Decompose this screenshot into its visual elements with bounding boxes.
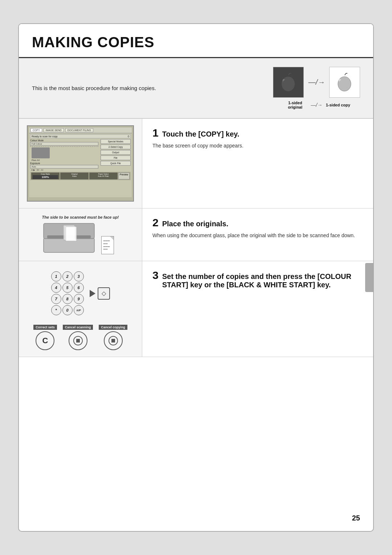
cancel-scanning-square xyxy=(76,339,80,343)
copy-status-text: Ready to scan for copy xyxy=(32,135,58,138)
page-title: MAKING COPIES xyxy=(32,34,360,50)
intro-text: This is the most basic procedure for mak… xyxy=(32,85,266,91)
steps-container: COPY IMAGE SEND DOCUMENT FILING Ready to… xyxy=(19,119,373,357)
cancel-copying-group: Cancel copying xyxy=(99,325,127,350)
copy-arrow: —/→ xyxy=(308,78,325,86)
key-8[interactable]: 8 xyxy=(62,294,73,304)
cancel-scanning-label: Cancel scanning xyxy=(63,325,93,330)
key-1[interactable]: 1 xyxy=(51,271,61,281)
svg-rect-7 xyxy=(66,227,77,241)
key-7[interactable]: 7 xyxy=(51,294,61,304)
step2-right: 2 Place the originals. When using the do… xyxy=(142,208,373,261)
copy-ratio-value: 100% xyxy=(33,175,58,179)
printer-icon xyxy=(32,147,50,158)
copy-screen-right: Special Modes 2-Sided Copy Output File Q… xyxy=(101,139,131,166)
original-value: Auto xyxy=(62,175,87,177)
step3-header: 3 Set the number of copies and then pres… xyxy=(152,269,363,289)
copy-screen: COPY IMAGE SEND DOCUMENT FILING Ready to… xyxy=(27,125,134,202)
output-btn[interactable]: Output xyxy=(101,150,131,155)
exposure-value: Auto xyxy=(30,165,98,169)
correct-sets-group: Correct sets C xyxy=(33,325,57,350)
copy-screen-body: Ready to scan for copy 0 Colour Mode Ful… xyxy=(29,133,132,197)
step3-title: Set the number of copies and then press … xyxy=(162,272,363,289)
quick-file-btn[interactable]: Quick File xyxy=(101,161,131,166)
colour-mode-label: Colour Mode xyxy=(30,139,98,142)
step2-description: When using the document glass, place the… xyxy=(152,232,363,239)
copy-count: 0 xyxy=(128,135,129,138)
step2-number: 2 xyxy=(152,216,159,229)
sided-labels: 1-sided original —/→ 1-sided copy xyxy=(282,101,351,109)
apple-images-row: —/→ xyxy=(273,67,360,98)
preview-btn[interactable]: Preview xyxy=(118,173,130,179)
file-btn[interactable]: File xyxy=(101,155,131,160)
key-6[interactable]: 6 xyxy=(74,283,84,293)
copy-bottom-row: Copy Ratio 100% Original Auto Paper Sele… xyxy=(30,172,131,180)
svg-point-0 xyxy=(282,77,295,91)
step3-left-content: 1 2 3 4 5 6 7 8 9 * 0 #/P xyxy=(48,268,114,319)
key-hash[interactable]: #/P xyxy=(74,305,84,315)
cancel-scanning-group: Cancel scanning xyxy=(63,325,93,350)
cancel-copying-square xyxy=(111,339,115,343)
step1-description: The base screen of copy mode appears. xyxy=(152,142,363,150)
arrow-right-icon xyxy=(90,290,95,297)
step2-row: The side to be scanned must be face up! xyxy=(19,208,373,261)
step1-right: 1 Touch the [COPY] key. The base screen … xyxy=(142,119,373,208)
key-0[interactable]: 0 xyxy=(62,305,73,315)
intro-section: This is the most basic procedure for mak… xyxy=(19,58,373,119)
doc-lines: ▬▬▬▬▬▬▬▬▬▬ xyxy=(102,236,114,254)
original-apple-box xyxy=(273,67,304,98)
scanner-image: ▬▬▬▬▬▬▬▬▬▬ xyxy=(42,222,114,254)
keys-row: Correct sets C Cancel scanning xyxy=(33,325,127,350)
step2-title: Place the originals. xyxy=(162,220,228,228)
sided-arrow: —/→ xyxy=(309,102,324,108)
special-modes-btn[interactable]: Special Modes xyxy=(101,139,131,144)
paper-select-value: Auto A4 Plain xyxy=(91,175,116,177)
plain-label: Plain A4 xyxy=(32,159,98,161)
side-tab xyxy=(365,263,373,292)
correct-sets-key[interactable]: C xyxy=(36,331,54,350)
copy-apple-box xyxy=(329,67,360,98)
paper-sizes: A4▶ B4 A3 xyxy=(31,169,98,171)
step1-row: COPY IMAGE SEND DOCUMENT FILING Ready to… xyxy=(19,119,373,208)
correct-sets-label: Correct sets xyxy=(33,325,57,330)
cancel-copying-key[interactable] xyxy=(104,331,123,350)
step3-number: 3 xyxy=(152,269,159,281)
copy-screen-left: Colour Mode Full Colour Plain A4 Exposur… xyxy=(30,139,98,171)
step3-right: 3 Set the number of copies and then pres… xyxy=(142,261,373,357)
divider xyxy=(30,146,98,147)
copy-apple-icon xyxy=(335,72,355,93)
intro-images: —/→ 1-sided original —/→ 1-sided copy xyxy=(273,67,360,109)
svg-point-1 xyxy=(338,77,351,91)
copy-tab-image: IMAGE SEND xyxy=(44,128,64,132)
copy-screen-main-row: Colour Mode Full Colour Plain A4 Exposur… xyxy=(30,139,131,171)
key-star[interactable]: * xyxy=(51,305,61,315)
copy-ratio-btn[interactable]: Copy Ratio 100% xyxy=(31,173,60,179)
key-3[interactable]: 3 xyxy=(74,271,84,281)
step2-header: 2 Place the originals. xyxy=(152,216,363,229)
step1-header: 1 Touch the [COPY] key. xyxy=(152,127,363,139)
keypad: 1 2 3 4 5 6 7 8 9 * 0 #/P xyxy=(51,271,84,315)
copy-status-bar: Ready to scan for copy 0 xyxy=(30,134,131,138)
original-btn[interactable]: Original Auto xyxy=(60,173,89,179)
copy-screen-header: COPY IMAGE SEND DOCUMENT FILING xyxy=(29,127,132,133)
key-4[interactable]: 4 xyxy=(51,283,61,293)
start-diamond-btn[interactable]: ◇ xyxy=(98,287,110,300)
page-number: 25 xyxy=(352,514,360,522)
key-9[interactable]: 9 xyxy=(74,294,84,304)
copy-tab-doc: DOCUMENT FILING xyxy=(65,128,93,132)
scanner-illustration: The side to be scanned must be face up! xyxy=(42,215,119,254)
paper-select-btn[interactable]: Paper Select Auto A4 Plain xyxy=(89,173,118,179)
title-bar: MAKING COPIES xyxy=(19,24,373,58)
colour-mode-value: Full Colour xyxy=(30,142,98,146)
step1-title: Touch the [COPY] key. xyxy=(162,130,240,138)
step2-left: The side to be scanned must be face up! xyxy=(19,208,142,261)
document-icon: ▬▬▬▬▬▬▬▬▬▬ xyxy=(101,236,114,254)
scanner-note: The side to be scanned must be face up! xyxy=(42,215,119,219)
cancel-scanning-key[interactable] xyxy=(69,331,87,350)
two-sided-btn[interactable]: 2-Sided Copy xyxy=(101,145,131,149)
key-2[interactable]: 2 xyxy=(62,271,73,281)
cancel-scanning-inner xyxy=(73,336,83,345)
original-apple-icon xyxy=(278,72,298,93)
key-5[interactable]: 5 xyxy=(62,283,73,293)
page-container: MAKING COPIES This is the most basic pro… xyxy=(18,23,374,532)
